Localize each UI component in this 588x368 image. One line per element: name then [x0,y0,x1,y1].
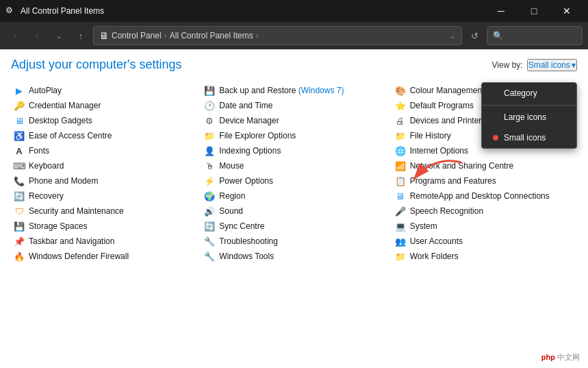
item-phone-modem[interactable]: 📞 Phone and Modem [11,173,196,188]
phone-modem-icon: 📞 [14,175,25,186]
forward-button[interactable]: › [27,26,47,45]
credential-icon: 🔑 [14,100,25,111]
item-firewall[interactable]: 🔥 Windows Defender Firewall [11,249,196,264]
taskbar-icon: 📌 [14,236,25,247]
devices-printers-label: Devices and Printers [410,116,486,125]
keyboard-label: Keyboard [29,161,64,171]
dropdown-large-icons[interactable]: Large icons [482,107,576,127]
item-file-explorer[interactable]: 📁 File Explorer Options [201,128,386,143]
search-box[interactable]: 🔍 [487,26,583,45]
up-button[interactable]: ↑ [71,26,90,45]
desktop-gadgets-icon: 🖥 [14,115,25,126]
internet-options-icon: 🌐 [395,145,406,156]
storage-label: Storage Spaces [29,221,87,231]
ease-label: Ease of Access Centre [29,131,112,140]
item-network[interactable]: 📶 Network and Sharing Centre [392,158,577,173]
indexing-label: Indexing Options [219,146,281,156]
item-sync[interactable]: 🔄 Sync Centre [201,219,386,234]
sound-icon: 🔊 [204,206,215,217]
address-part-cp[interactable]: Control Panel [112,31,162,40]
internet-options-label: Internet Options [410,146,468,156]
item-windows-tools[interactable]: 🔧 Windows Tools [201,249,386,264]
network-label: Network and Sharing Centre [410,161,513,171]
watermark: php 中文网 [541,352,580,363]
viewby-dropdown: Category Large icons Small icons [481,82,577,149]
close-button[interactable]: ✕ [551,0,583,22]
small-icons-label: Small icons [504,133,546,143]
item-fonts[interactable]: A Fonts [11,143,196,158]
item-datetime[interactable]: 🕐 Date and Time [201,98,386,113]
dropdown-separator-1 [482,105,576,106]
refresh-button[interactable]: ↺ [465,26,484,45]
main-content: Adjust your computer's settings View by:… [0,49,588,368]
item-programs-features[interactable]: 📋 Programs and Features [392,173,577,188]
item-credential[interactable]: 🔑 Credential Manager [11,98,196,113]
region-icon: 🌍 [204,191,215,201]
item-region[interactable]: 🌍 Region [201,188,386,204]
item-keyboard[interactable]: ⌨ Keyboard [11,158,196,173]
security-label: Security and Maintenance [29,206,124,216]
title-bar: ⚙ All Control Panel Items ─ □ ✕ [0,0,588,22]
item-backup[interactable]: 💾 Back up and Restore (Windows 7) [201,83,386,98]
item-system[interactable]: 💻 System [392,219,577,234]
dropdown-small-icons[interactable]: Small icons [482,127,576,148]
item-desktop-gadgets[interactable]: 🖥 Desktop Gadgets [11,113,196,128]
remoteapp-label: RemoteApp and Desktop Connections [410,191,550,201]
back-button[interactable]: ‹ [5,26,25,45]
file-explorer-icon: 📁 [204,130,215,141]
security-icon: 🛡 [14,206,25,217]
dropdown-category[interactable]: Category [482,83,576,103]
item-security[interactable]: 🛡 Security and Maintenance [11,204,196,219]
header-row: Adjust your computer's settings View by:… [11,58,577,72]
item-speech[interactable]: 🎤 Speech Recognition [392,204,577,219]
firewall-icon: 🔥 [14,251,25,262]
region-label: Region [219,191,245,201]
item-troubleshooting[interactable]: 🔧 Troubleshooting [201,234,386,249]
address-part-items[interactable]: All Control Panel Items [170,31,253,40]
minimize-button[interactable]: ─ [485,0,517,22]
item-indexing[interactable]: 👤 Indexing Options [201,143,386,158]
ease-icon: ♿ [14,130,25,141]
phone-modem-label: Phone and Modem [29,176,98,186]
item-device-manager[interactable]: ⚙ Device Manager [201,113,386,128]
file-history-icon: 📁 [395,130,406,141]
user-accounts-label: User Accounts [410,236,463,246]
item-user-accounts[interactable]: 👥 User Accounts [392,234,577,249]
address-bar: ‹ › ⌄ ↑ 🖥 Control Panel › All Control Pa… [0,22,588,49]
cp-icon: 🖥 [99,30,109,41]
colour-icon: 🎨 [395,85,406,96]
view-by-container: View by: Small icons ▾ [492,59,578,71]
maximize-button[interactable]: □ [518,0,550,22]
sound-label: Sound [219,206,243,216]
colour-label: Colour Management [410,86,485,95]
view-by-value: Small icons [528,60,570,70]
remoteapp-icon: 🖥 [395,191,406,201]
item-taskbar[interactable]: 📌 Taskbar and Navigation [11,234,196,249]
item-work-folders[interactable]: 📁 Work Folders [392,249,577,264]
address-input[interactable]: 🖥 Control Panel › All Control Panel Item… [93,26,462,45]
backup-label: Back up and Restore (Windows 7) [219,86,344,95]
item-mouse[interactable]: 🖱 Mouse [201,158,386,173]
item-power[interactable]: ⚡ Power Options [201,173,386,188]
programs-features-label: Programs and Features [410,176,496,186]
mouse-label: Mouse [219,161,244,171]
item-recovery[interactable]: 🔄 Recovery [11,188,196,204]
item-autoplay[interactable]: ▶ AutoPlay [11,83,196,98]
dropdown-history-button[interactable]: ⌄ [49,26,68,45]
windows-tools-icon: 🔧 [204,251,215,262]
autoplay-label: AutoPlay [29,86,62,95]
fonts-icon: A [14,145,25,156]
view-by-button[interactable]: Small icons ▾ [527,59,577,71]
troubleshooting-label: Troubleshooting [219,236,278,246]
item-ease-of-access[interactable]: ♿ Ease of Access Centre [11,128,196,143]
address-dropdown-btn[interactable]: ⌄ [449,31,456,40]
desktop-gadgets-label: Desktop Gadgets [29,116,92,125]
indexing-icon: 👤 [204,145,215,156]
item-storage[interactable]: 💾 Storage Spaces [11,219,196,234]
category-label: Category [504,88,537,98]
column-2: 💾 Back up and Restore (Windows 7) 🕐 Date… [201,83,386,264]
item-sound[interactable]: 🔊 Sound [201,204,386,219]
system-label: System [410,221,437,231]
autoplay-icon: ▶ [14,85,25,96]
item-remoteapp[interactable]: 🖥 RemoteApp and Desktop Connections [392,188,577,204]
